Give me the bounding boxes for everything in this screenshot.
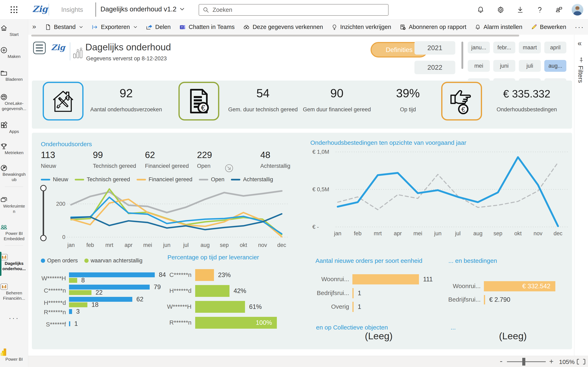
bar-value: 100% xyxy=(195,319,272,326)
feedback-icon[interactable] xyxy=(554,5,563,14)
legend-swatch xyxy=(199,179,208,180)
toolbar-item-label: Bestand xyxy=(54,24,76,30)
legend-item[interactable]: Open orders xyxy=(41,258,78,264)
toolbar-item-explore[interactable]: Deze gegevens verkennen xyxy=(239,24,327,30)
sidebar-item-power-biembedded[interactable]: Power BIEmbedded xyxy=(0,224,28,242)
month-chip-april[interactable]: april xyxy=(544,42,566,53)
legend-label: Open xyxy=(211,176,224,183)
legend-item[interactable]: Financieel gereed xyxy=(137,176,192,183)
toolbar-item-teams[interactable]: TChatten in Teams xyxy=(175,24,239,30)
toolbar-item-alert[interactable]: Alarm instellen xyxy=(471,24,527,30)
waffle-menu-icon[interactable] xyxy=(11,6,17,13)
legend-item[interactable]: Technisch gereed xyxy=(75,176,130,183)
nieuwe-orders-bar[interactable] xyxy=(352,302,354,312)
year-2022-button[interactable]: 2022 xyxy=(415,61,455,74)
sidebar-item-label: Power BI xyxy=(0,231,28,236)
month-chip-juli[interactable]: juli xyxy=(519,60,541,72)
svg-text:feb: feb xyxy=(354,230,362,236)
open-orders-bar[interactable] xyxy=(69,309,72,314)
toolbar-item-export[interactable]: Exporteren xyxy=(87,24,141,30)
legend-item[interactable]: Nieuw xyxy=(41,176,68,183)
zoom-slider-track[interactable] xyxy=(507,361,546,362)
more-icon: ··· xyxy=(575,23,584,31)
toolbar-item-label: Deze gegevens verkennen xyxy=(252,24,323,30)
avatar[interactable] xyxy=(572,4,583,16)
toolbar-item-file[interactable]: Bestand xyxy=(41,24,87,30)
sidebar-item-apps[interactable]: Apps xyxy=(0,122,28,134)
month-chip-maart[interactable]: maart xyxy=(519,42,541,53)
toolbar-item-more[interactable]: ··· xyxy=(571,23,588,31)
open-orders-bar[interactable] xyxy=(69,321,70,326)
legend-item[interactable]: waarvan achterstallig xyxy=(84,258,143,264)
besteding-bar[interactable] xyxy=(484,295,485,304)
month-chip-aug[interactable]: aug... xyxy=(544,60,566,72)
sidebar-item-dagelijksonderhou-[interactable]: Dagelijksonderhou... xyxy=(0,253,28,271)
pct-bar[interactable] xyxy=(195,285,229,297)
svg-text:mrt: mrt xyxy=(374,230,382,236)
bell-icon[interactable] xyxy=(476,5,485,14)
sidebar-item-werkruimten[interactable]: Werkruimten xyxy=(0,196,28,214)
month-chip-mei[interactable]: mei xyxy=(468,60,490,72)
achterstallig-bar[interactable] xyxy=(69,302,87,307)
orders-line-chart[interactable]: 2000janfebmrtaprmeijunjulaugsepoktnovdec xyxy=(55,182,314,252)
expand-filters-icon[interactable]: « xyxy=(578,39,582,48)
report-menu-icon[interactable] xyxy=(33,42,46,54)
achterstallig-bar[interactable] xyxy=(69,278,77,283)
sidebar-item-start[interactable]: Start xyxy=(0,25,28,37)
sidebar-item-maken[interactable]: Maken xyxy=(0,47,28,59)
sidebar-item-label: n xyxy=(0,209,28,214)
svg-text:€ 1,0M: € 1,0M xyxy=(312,149,329,155)
pct-bar[interactable] xyxy=(195,269,214,281)
month-chip-janu[interactable]: janu... xyxy=(468,42,490,53)
month-chip-febr[interactable]: febr... xyxy=(493,42,515,53)
search-input[interactable]: Zoeken xyxy=(199,4,389,16)
month-chip-juni[interactable]: juni xyxy=(493,60,515,72)
gear-icon[interactable] xyxy=(496,5,505,14)
sidebar-item-bladeren[interactable]: Bladeren xyxy=(0,69,28,82)
bestedingen-line-chart[interactable]: € 1,0M€ 0,5M€ -janfebmrtaprmeijunjulaugs… xyxy=(312,146,571,240)
nieuwe-orders-bar[interactable] xyxy=(352,288,354,298)
fit-to-page-icon[interactable] xyxy=(576,358,586,365)
range-slider-handle-top[interactable] xyxy=(40,185,47,191)
sidebar-item-metrieken[interactable]: Metrieken xyxy=(0,143,28,155)
toolbar-item-lightbulb[interactable]: Inzichten verkrijgen xyxy=(327,24,396,30)
download-icon[interactable] xyxy=(516,5,525,14)
open-orders-bar[interactable] xyxy=(69,297,132,302)
zoom-in-button[interactable]: + xyxy=(549,357,553,366)
range-slider-track[interactable] xyxy=(43,188,44,238)
toolbar-item-share[interactable]: Delen xyxy=(141,24,175,30)
svg-text:€: € xyxy=(201,104,205,112)
pct-bar[interactable] xyxy=(195,301,245,313)
help-icon[interactable] xyxy=(535,5,544,14)
slicer-scrollbar[interactable] xyxy=(461,42,463,69)
pin-icon[interactable] xyxy=(578,57,585,63)
zoom-out-button[interactable]: - xyxy=(500,356,502,366)
zoom-slider-handle[interactable] xyxy=(522,358,525,366)
kpi-value: 90 xyxy=(296,86,378,100)
open-orders-bar[interactable] xyxy=(69,285,150,290)
report-title-dropdown[interactable]: Dagelijks onderhoud v1.2 xyxy=(100,5,185,13)
en-bestedingen-title: ... en bestedingen xyxy=(448,257,497,264)
horizontal-scrollbar[interactable] xyxy=(31,35,519,36)
people-icon xyxy=(0,224,28,231)
nieuwe-orders-bar[interactable] xyxy=(352,274,419,284)
svg-text:€: € xyxy=(461,105,465,113)
toolbar-item-edit[interactable]: Bewerken xyxy=(527,24,571,30)
filters-pane-label[interactable]: Filters xyxy=(577,66,584,83)
sidebar-item-label: Werkruimte xyxy=(0,203,28,209)
achterstallig-bar[interactable] xyxy=(69,290,91,295)
nieuwe-orders-title: Aantal nieuwe orders per soort eenheid xyxy=(315,257,423,264)
sidebar-item-bewakingshub[interactable]: Bewakingshub xyxy=(0,164,28,182)
range-slider-handle-bottom[interactable] xyxy=(40,235,47,241)
trophy-icon xyxy=(0,143,28,150)
toolbar-item-subscribe[interactable]: Abonneren op rapport xyxy=(396,24,471,30)
sidebar-item-onelake-gegevensh-[interactable]: OneLake-gegevensh... xyxy=(0,93,28,111)
toolbar-expand-icon[interactable]: » xyxy=(28,22,39,32)
svg-text:okt: okt xyxy=(514,230,522,236)
legend-item[interactable]: Achterstallig xyxy=(231,176,273,183)
svg-text:mei: mei xyxy=(143,242,152,248)
sidebar-item-label: Start xyxy=(0,32,28,37)
year-2021-button[interactable]: 2021 xyxy=(415,41,455,55)
legend-item[interactable]: Open xyxy=(199,176,224,183)
drill-icon[interactable] xyxy=(225,164,233,173)
